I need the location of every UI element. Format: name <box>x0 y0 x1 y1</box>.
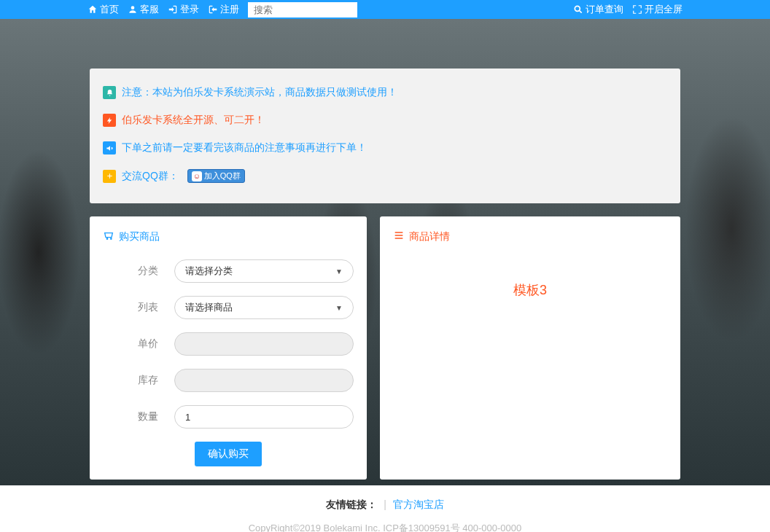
footer-links: 友情链接： | 官方淘宝店 <box>0 498 770 512</box>
row-qty: 数量 <box>103 405 354 429</box>
buy-title-text: 购买商品 <box>119 230 160 243</box>
megaphone-icon <box>103 141 116 154</box>
list-icon <box>393 230 405 243</box>
nav-service-label: 客服 <box>140 3 159 16</box>
detail-title-text: 商品详情 <box>409 230 450 243</box>
nav-order-query-label: 订单查询 <box>586 3 623 16</box>
detail-panel-title: 商品详情 <box>393 230 667 243</box>
list-select[interactable]: 请选择商品 ▼ <box>174 296 354 319</box>
plus-icon <box>103 170 116 183</box>
bolt-icon <box>103 114 116 127</box>
detail-body: 模板3 <box>393 259 667 299</box>
qq-join-button[interactable]: ☺ 加入QQ群 <box>187 169 245 183</box>
panels-row: 购买商品 分类 请选择分类 ▼ 列表 请选择商品 ▼ <box>90 216 680 480</box>
nav-login[interactable]: 登录 <box>168 3 199 16</box>
row-price: 单价 <box>103 332 354 356</box>
chevron-down-icon: ▼ <box>335 267 343 275</box>
top-navbar: 首页 客服 登录 注册 订单查询 开启全屏 <box>0 0 770 19</box>
notice-text-3: 下单之前请一定要看完该商品的注意事项再进行下单！ <box>122 141 367 154</box>
nav-home[interactable]: 首页 <box>88 3 119 16</box>
category-label: 分类 <box>103 265 174 278</box>
price-label: 单价 <box>103 337 174 351</box>
price-input <box>174 332 354 356</box>
row-list: 列表 请选择商品 ▼ <box>103 296 354 319</box>
notice-line-4: 交流QQ群： ☺ 加入QQ群 <box>103 162 667 190</box>
user-icon <box>128 4 138 15</box>
hero-background: 注意：本站为伯乐发卡系统演示站，商品数据只做测试使用！ 伯乐发卡系统全开源、可二… <box>0 19 770 485</box>
nav-right: 订单查询 开启全屏 <box>573 3 682 16</box>
qty-label: 数量 <box>103 410 174 423</box>
submit-row: 确认购买 <box>103 442 354 466</box>
row-stock: 库存 <box>103 369 354 392</box>
bell-icon <box>103 86 116 99</box>
detail-panel: 商品详情 模板3 <box>380 216 680 480</box>
buy-panel-title: 购买商品 <box>103 230 354 243</box>
footer-sep: | <box>384 498 386 510</box>
notice-line-3: 下单之前请一定要看完该商品的注意事项再进行下单！ <box>103 134 667 162</box>
nav-fullscreen[interactable]: 开启全屏 <box>632 3 682 16</box>
notice-text-4: 交流QQ群： <box>122 170 179 183</box>
nav-service[interactable]: 客服 <box>128 3 159 16</box>
list-label: 列表 <box>103 301 174 314</box>
footer-links-label: 友情链接： <box>326 498 377 510</box>
qty-input[interactable] <box>174 405 354 429</box>
stock-input <box>174 369 354 392</box>
nav-home-label: 首页 <box>100 3 119 16</box>
stock-label: 库存 <box>103 374 174 387</box>
qq-face-icon: ☺ <box>192 171 202 181</box>
nav-fullscreen-label: 开启全屏 <box>645 3 682 16</box>
notice-text-1: 注意：本站为伯乐发卡系统演示站，商品数据只做测试使用！ <box>122 86 397 99</box>
fullscreen-icon <box>632 4 642 15</box>
nav-register-label: 注册 <box>220 3 239 16</box>
login-icon <box>168 4 178 15</box>
nav-register[interactable]: 注册 <box>208 3 239 16</box>
footer-link-taobao[interactable]: 官方淘宝店 <box>393 498 444 510</box>
list-value: 请选择商品 <box>185 301 233 314</box>
svg-point-0 <box>131 6 135 9</box>
search-icon <box>573 4 583 15</box>
row-category: 分类 请选择分类 ▼ <box>103 259 354 283</box>
notice-line-2: 伯乐发卡系统全开源、可二开！ <box>103 106 667 134</box>
confirm-buy-button[interactable]: 确认购买 <box>195 442 262 466</box>
notice-text-2: 伯乐发卡系统全开源、可二开！ <box>122 114 265 127</box>
home-icon <box>88 4 98 15</box>
footer: 友情链接： | 官方淘宝店 CopyRight©2019 Bolekami In… <box>0 485 770 532</box>
notice-line-1: 注意：本站为伯乐发卡系统演示站，商品数据只做测试使用！ <box>103 79 667 106</box>
footer-copyright: CopyRight©2019 Bolekami Inc. ICP备1300959… <box>0 522 770 532</box>
svg-point-1 <box>575 6 580 11</box>
category-select[interactable]: 请选择分类 ▼ <box>174 259 354 283</box>
cart-icon <box>103 230 114 243</box>
register-icon <box>208 4 218 15</box>
chevron-down-icon: ▼ <box>335 304 343 312</box>
nav-login-label: 登录 <box>180 3 199 16</box>
qq-join-label: 加入QQ群 <box>204 171 241 181</box>
search-input[interactable] <box>248 2 357 17</box>
main-container: 注意：本站为伯乐发卡系统演示站，商品数据只做测试使用！ 伯乐发卡系统全开源、可二… <box>90 19 680 480</box>
nav-left: 首页 客服 登录 注册 <box>88 2 357 17</box>
category-value: 请选择分类 <box>185 265 233 278</box>
buy-panel: 购买商品 分类 请选择分类 ▼ 列表 请选择商品 ▼ <box>90 216 367 480</box>
nav-order-query[interactable]: 订单查询 <box>573 3 623 16</box>
notice-panel: 注意：本站为伯乐发卡系统演示站，商品数据只做测试使用！ 伯乐发卡系统全开源、可二… <box>90 69 680 203</box>
